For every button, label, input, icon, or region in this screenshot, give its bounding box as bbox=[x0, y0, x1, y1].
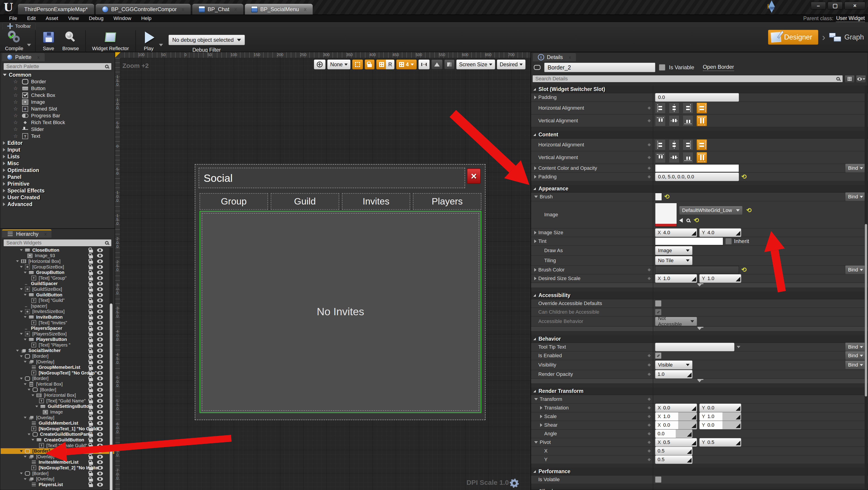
expanded-icon[interactable] bbox=[534, 196, 538, 198]
unlock-icon[interactable] bbox=[89, 389, 93, 392]
visibility-eye-icon[interactable] bbox=[97, 382, 103, 386]
browse-to-asset-icon[interactable] bbox=[686, 219, 690, 222]
palette-item-rich-text-block[interactable]: ☆Rich Text Block bbox=[1, 119, 114, 126]
tree-row[interactable]: [Overlay] bbox=[1, 359, 114, 365]
visibility-eye-icon[interactable] bbox=[97, 287, 103, 291]
unlock-icon[interactable] bbox=[89, 417, 93, 420]
expanded-icon[interactable] bbox=[20, 311, 23, 313]
visibility-eye-icon[interactable] bbox=[97, 276, 103, 280]
scrollbar-thumb[interactable] bbox=[110, 304, 113, 490]
visibility-eye-icon[interactable] bbox=[97, 371, 103, 375]
tree-row[interactable]: [Border] bbox=[1, 376, 114, 381]
dpi-settings-gear-icon[interactable] bbox=[510, 480, 518, 487]
safe-zone-button[interactable] bbox=[418, 59, 430, 69]
expanded-icon[interactable] bbox=[20, 266, 23, 268]
social-title-bar[interactable]: Social bbox=[198, 168, 465, 188]
close-window-button[interactable]: × bbox=[844, 2, 865, 9]
expanded-icon[interactable] bbox=[32, 439, 34, 441]
visibility-eye-icon[interactable] bbox=[97, 282, 103, 286]
spinbox-X[interactable]: X0.0 bbox=[655, 421, 697, 429]
collapsed-icon[interactable] bbox=[540, 423, 542, 427]
visibility-eye-icon[interactable] bbox=[97, 483, 103, 487]
tree-row[interactable]: [Vertical Box] bbox=[1, 381, 114, 387]
align-v-2-button[interactable] bbox=[683, 152, 693, 163]
unlock-icon[interactable] bbox=[89, 423, 93, 426]
visibility-eye-icon[interactable] bbox=[97, 321, 103, 325]
visibility-eye-icon[interactable] bbox=[97, 455, 103, 459]
social-close-button[interactable]: × bbox=[467, 168, 481, 184]
unlock-icon[interactable] bbox=[89, 462, 93, 465]
visibility-eye-icon[interactable] bbox=[97, 265, 103, 269]
tree-row[interactable]: [Overlay] bbox=[1, 415, 114, 421]
spinbox-X[interactable]: X0.0 bbox=[655, 404, 697, 412]
dropdown[interactable]: Visible bbox=[655, 361, 692, 370]
social-tab-players[interactable]: Players bbox=[413, 193, 482, 210]
visibility-eye-icon[interactable] bbox=[97, 377, 103, 380]
align-h-2-button[interactable] bbox=[683, 103, 693, 113]
expanded-icon[interactable] bbox=[32, 395, 34, 396]
close-icon[interactable]: x bbox=[182, 6, 184, 12]
section-header[interactable]: Clipping bbox=[531, 488, 868, 490]
unlock-icon[interactable] bbox=[89, 473, 93, 476]
visibility-eye-icon[interactable] bbox=[97, 388, 103, 392]
tree-row[interactable]: [InvitesSizeBox] bbox=[1, 309, 114, 315]
visibility-eye-icon[interactable] bbox=[97, 399, 103, 403]
reset-to-default-icon[interactable]: ⟲ bbox=[746, 207, 751, 213]
unlock-icon[interactable] bbox=[89, 361, 93, 364]
bind-button[interactable]: Bind bbox=[845, 265, 866, 275]
section-header[interactable]: Appearance bbox=[531, 185, 868, 193]
play-button[interactable]: Play bbox=[138, 30, 159, 52]
dropdown[interactable]: No Tile bbox=[655, 256, 692, 265]
social-tab-group[interactable]: Group bbox=[199, 193, 268, 210]
drag-grip-icon[interactable] bbox=[736, 405, 740, 411]
unlock-icon[interactable] bbox=[89, 400, 93, 403]
bind-button[interactable]: Bind bbox=[845, 192, 866, 201]
align-v-3-button[interactable] bbox=[696, 152, 707, 163]
align-v-2-button[interactable] bbox=[683, 115, 693, 126]
expanded-icon[interactable] bbox=[534, 441, 538, 443]
color-swatch[interactable] bbox=[655, 237, 723, 245]
hierarchy-tab[interactable]: Hierarchy x bbox=[2, 229, 52, 238]
visibility-eye-icon[interactable] bbox=[97, 338, 103, 341]
graph-mode-button[interactable]: Graph bbox=[829, 32, 864, 42]
checkbox-checked[interactable] bbox=[655, 352, 661, 359]
palette-group-special-effects[interactable]: Special Effects bbox=[1, 187, 114, 194]
dropdown[interactable]: DefaultWhiteGrid_Low bbox=[679, 206, 743, 215]
spinbox-X[interactable]: X1.0 bbox=[655, 274, 697, 283]
visibility-eye-icon[interactable] bbox=[97, 393, 103, 397]
spinbox-X[interactable]: X0.5 bbox=[655, 438, 697, 446]
is-variable-checkbox[interactable] bbox=[659, 64, 665, 70]
drag-grip-icon[interactable] bbox=[736, 230, 740, 236]
expanded-icon[interactable] bbox=[16, 260, 19, 262]
drag-grip-icon[interactable] bbox=[691, 439, 696, 445]
outline-toggle-button[interactable] bbox=[352, 59, 363, 69]
visibility-eye-icon[interactable] bbox=[97, 310, 103, 313]
expanded-icon[interactable] bbox=[24, 294, 27, 296]
tree-row[interactable]: [Horizontal Box] bbox=[1, 393, 114, 398]
section-header[interactable]: Render Transform bbox=[531, 387, 868, 395]
expanded-icon[interactable] bbox=[24, 383, 27, 385]
hierarchy-search-input[interactable]: Search Widgets bbox=[3, 239, 112, 247]
unlock-icon[interactable] bbox=[89, 306, 93, 309]
palette-group-user-created[interactable]: User Created bbox=[1, 194, 114, 201]
favorite-star-icon[interactable]: ☆ bbox=[13, 113, 19, 119]
unlock-icon[interactable] bbox=[89, 283, 93, 286]
visibility-eye-icon[interactable] bbox=[97, 332, 103, 336]
document-tab-thirdpersonexamplemap-[interactable]: ThirdPersonExampleMap* bbox=[18, 4, 94, 15]
visibility-eye-icon[interactable] bbox=[97, 349, 103, 352]
visibility-eye-icon[interactable] bbox=[97, 404, 103, 408]
align-h-3-button[interactable] bbox=[696, 103, 707, 113]
details-search-input[interactable]: Search Details bbox=[532, 75, 843, 82]
favorite-star-icon[interactable]: ☆ bbox=[13, 79, 19, 85]
palette-item-check-box[interactable]: ☆Check Box bbox=[1, 92, 114, 99]
localization-preview-button[interactable] bbox=[314, 59, 326, 69]
spinbox-value[interactable]: 0.5 bbox=[655, 446, 692, 455]
visibility-eye-icon[interactable] bbox=[97, 432, 103, 436]
open-border-link[interactable]: Open Border bbox=[703, 64, 734, 71]
drag-grip-icon[interactable] bbox=[736, 422, 740, 428]
tree-row[interactable]: GroupMemeberList bbox=[1, 365, 114, 370]
unlock-icon[interactable] bbox=[89, 261, 93, 264]
visibility-eye-icon[interactable] bbox=[97, 477, 103, 481]
palette-item-button[interactable]: ☆Button bbox=[1, 85, 114, 92]
align-v-1-button[interactable] bbox=[669, 152, 679, 163]
